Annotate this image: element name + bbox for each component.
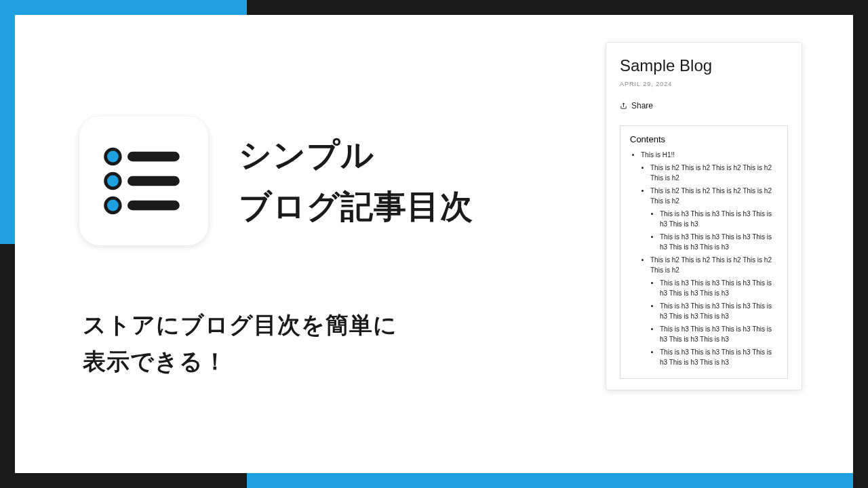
svg-point-4 bbox=[106, 198, 121, 213]
frame-border bbox=[247, 473, 853, 488]
frame-border bbox=[853, 0, 868, 488]
svg-rect-1 bbox=[127, 152, 180, 161]
app-logo bbox=[79, 117, 208, 245]
blog-title: Sample Blog bbox=[620, 56, 788, 75]
hero-title-line1: シンプル bbox=[239, 134, 473, 177]
toc-item[interactable]: This is h2 This is h2 This is h2 This is… bbox=[650, 255, 778, 367]
hero-block: シンプル ブログ記事目次 bbox=[79, 117, 473, 245]
frame-border bbox=[0, 244, 15, 488]
toc-list: This is H1!! This is h2 This is h2 This … bbox=[630, 150, 778, 367]
frame-border bbox=[0, 473, 248, 488]
toc-item[interactable]: This is h2 This is h2 This is h2 This is… bbox=[650, 186, 778, 252]
toc-item[interactable]: This is h3 This is h3 This is h3 This is… bbox=[660, 232, 778, 252]
svg-rect-5 bbox=[127, 201, 180, 210]
hero-subtitle: ストアにブログ目次を簡単に 表示できる！ bbox=[83, 306, 397, 380]
blog-date: APRIL 29, 2024 bbox=[620, 81, 788, 87]
blog-preview-card: Sample Blog APRIL 29, 2024 Share Content… bbox=[606, 42, 802, 390]
toc-item[interactable]: This is h3 This is h3 This is h3 This is… bbox=[660, 278, 778, 298]
frame-border bbox=[0, 0, 15, 244]
hero-subtitle-line1: ストアにブログ目次を簡単に bbox=[83, 306, 397, 343]
list-icon bbox=[103, 144, 184, 218]
share-label: Share bbox=[631, 101, 653, 110]
toc-item[interactable]: This is H1!! This is h2 This is h2 This … bbox=[641, 150, 778, 367]
content-area: シンプル ブログ記事目次 ストアにブログ目次を簡単に 表示できる！ Sample… bbox=[15, 15, 853, 473]
toc-item[interactable]: This is h2 This is h2 This is h2 This is… bbox=[650, 163, 778, 183]
svg-point-2 bbox=[106, 174, 121, 188]
share-icon bbox=[620, 102, 627, 110]
frame-border bbox=[247, 0, 868, 15]
toc-box: Contents This is H1!! This is h2 This is… bbox=[620, 125, 788, 379]
hero-title-line2: ブログ記事目次 bbox=[239, 185, 473, 228]
toc-heading: Contents bbox=[630, 134, 778, 144]
svg-point-0 bbox=[106, 149, 121, 164]
hero-titles: シンプル ブログ記事目次 bbox=[239, 134, 473, 228]
toc-item[interactable]: This is h3 This is h3 This is h3 This is… bbox=[660, 301, 778, 321]
toc-item[interactable]: This is h3 This is h3 This is h3 This is… bbox=[660, 324, 778, 344]
share-button[interactable]: Share bbox=[620, 101, 788, 110]
toc-item[interactable]: This is h3 This is h3 This is h3 This is… bbox=[660, 209, 778, 229]
hero-subtitle-line2: 表示できる！ bbox=[83, 343, 397, 380]
svg-rect-3 bbox=[127, 176, 180, 186]
frame-border bbox=[15, 0, 247, 15]
toc-item[interactable]: This is h3 This is h3 This is h3 This is… bbox=[660, 347, 778, 367]
